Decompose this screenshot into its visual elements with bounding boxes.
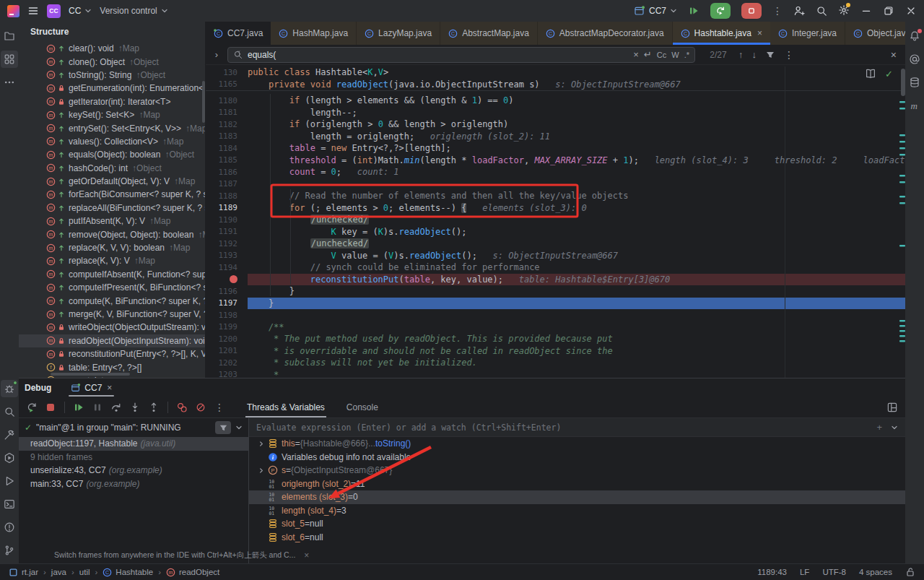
code-line-1203[interactable]: 1203 * <box>206 369 905 378</box>
expand-chevron-icon[interactable] <box>256 467 266 474</box>
variable-row[interactable]: slot_5 = null <box>249 517 905 531</box>
line-number[interactable]: 1191 <box>206 227 248 236</box>
structure-item[interactable]: mforEach(BiConsumer<? super K, ? super V… <box>19 188 205 201</box>
inspections-ok-icon[interactable]: ✓ <box>885 69 893 79</box>
tool-button-ai-assistant[interactable] <box>906 51 923 68</box>
line-number[interactable]: 1187 <box>206 179 248 189</box>
structure-item[interactable]: mkeySet(): Set<K>↑Map <box>19 108 205 121</box>
clear-search-icon[interactable]: × <box>633 49 639 60</box>
tool-button-maven[interactable]: m <box>906 97 923 114</box>
search-options-icon[interactable]: ⋮ <box>784 49 794 61</box>
tool-button-run[interactable] <box>1 472 18 490</box>
tool-button-structure[interactable] <box>1 51 18 68</box>
line-number[interactable]: 1197 <box>206 298 248 308</box>
stop-button[interactable] <box>741 3 762 19</box>
code-line-1198[interactable]: 1198 <box>206 309 905 321</box>
variable-row[interactable]: iVariables debug info not available <box>249 451 905 464</box>
expand-chevron-icon[interactable] <box>256 441 266 447</box>
line-number[interactable]: 1182 <box>206 120 248 129</box>
structure-item[interactable]: mgetOrDefault(Object, V): V↑Map <box>19 175 205 188</box>
structure-item[interactable]: mmerge(K, V, BiFunction<? super V, ? sup… <box>19 308 205 321</box>
structure-item[interactable]: ftable: Entry<?, ?>[] <box>19 360 205 373</box>
code-line-1182[interactable]: 1182 if (origlength > 0 && length > orig… <box>206 118 905 131</box>
code-line-1180[interactable]: 1180 if (length > elements && (length & … <box>206 95 905 107</box>
tool-button-notifications[interactable] <box>906 27 923 45</box>
settings-button[interactable] <box>838 4 850 18</box>
structure-item[interactable]: mreplace(K, V): V↑Map <box>19 254 205 267</box>
variable-row[interactable]: Ps = {ObjectInputStream@667} <box>249 464 905 477</box>
breadcrumb-item[interactable]: java <box>51 568 66 576</box>
line-number[interactable]: 1201 <box>206 346 248 355</box>
structure-item[interactable]: mgetIterator(int): Iterator<T> <box>19 95 205 108</box>
chevron-down-icon[interactable] <box>235 424 243 431</box>
tool-button-terminal[interactable] <box>1 495 18 513</box>
filter-search-icon[interactable] <box>765 50 775 60</box>
breadcrumb-item[interactable]: rt.jar <box>9 568 38 577</box>
match-case-toggle[interactable]: Cc <box>657 51 666 59</box>
tab-Integer.java[interactable]: CInteger.java <box>770 22 845 45</box>
tool-button-debug[interactable] <box>1 380 18 397</box>
code-line-1200[interactable]: 1200 * The put method used by readObject… <box>206 333 905 345</box>
code-line-1185[interactable]: 1185 threshold = (int)Math.min(length * … <box>206 155 905 167</box>
view-breakpoints-button[interactable] <box>173 399 191 415</box>
newline-icon[interactable]: ↵ <box>644 49 652 60</box>
variable-row[interactable]: 1001elements (slot_3) = 0 <box>249 490 905 504</box>
line-number[interactable]: 1186 <box>206 168 248 177</box>
tool-button-problems[interactable] <box>1 519 18 536</box>
structure-item[interactable]: mvalues(): Collection<V>↑Map <box>19 135 205 148</box>
structure-item[interactable]: mcomputeIfAbsent(K, Function<? super K, … <box>19 268 205 281</box>
structure-item[interactable]: mreadObject(ObjectInputStream): void <box>19 334 205 347</box>
encoding[interactable]: UTF-8 <box>822 568 846 576</box>
structure-item[interactable]: mwriteObject(ObjectOutputStream): void <box>19 321 205 334</box>
structure-item[interactable]: mcompute(K, BiFunction<? super K, ? supe… <box>19 294 205 307</box>
code-line-1183[interactable]: 1183 length = origlength; origlength (sl… <box>206 131 905 143</box>
next-match-icon[interactable]: ↓ <box>752 49 757 60</box>
stop-button[interactable] <box>42 399 59 415</box>
evaluate-input[interactable] <box>256 423 876 433</box>
code-line-1191[interactable]: 1191 K key = (K)s.readObject(); <box>206 226 905 238</box>
close-icon[interactable] <box>905 5 917 17</box>
tab-Hashtable.java[interactable]: CHashtable.java× <box>673 22 770 45</box>
step-out-button[interactable] <box>145 399 162 415</box>
structure-item[interactable]: mremove(Object, Object): boolean↑Map <box>19 228 205 241</box>
tab-AbstractMapDecorator.java[interactable]: CAbstractMapDecorator.java <box>538 22 673 45</box>
line-ending[interactable]: LF <box>800 568 809 576</box>
line-number[interactable]: 1192 <box>206 239 248 248</box>
line-number[interactable]: 1188 <box>206 191 248 201</box>
rerun-button[interactable] <box>23 399 40 415</box>
resume-button[interactable] <box>70 399 87 415</box>
step-over-button[interactable] <box>108 399 125 415</box>
line-number[interactable]: 1190 <box>206 215 248 225</box>
variable-row[interactable]: slot_6 = null <box>249 531 905 545</box>
structure-item[interactable]: mclone(): Object↑Object <box>19 55 205 68</box>
tool-button-project-folder[interactable] <box>1 27 18 45</box>
code-line-1202[interactable]: 1202 * subclass will not yet be initiali… <box>206 357 905 369</box>
caret-position[interactable]: 1189:43 <box>757 568 787 576</box>
structure-item[interactable]: mhashCode(): int↑Object <box>19 162 205 175</box>
add-watch-icon[interactable]: + <box>876 422 882 433</box>
structure-item[interactable]: mentrySet(): Set<Entry<K, V>>↑Map <box>19 121 205 134</box>
variable-row[interactable]: 1001length (slot_4) = 3 <box>249 504 905 518</box>
code-line-130[interactable]: 130public class Hashtable<K,V> <box>206 66 905 79</box>
structure-item[interactable]: mgetEnumeration(int): Enumeration<T> <box>19 82 205 95</box>
line-number[interactable]: 1194 <box>206 263 248 272</box>
structure-item[interactable]: mreplaceAll(BiFunction<? super K, ? supe… <box>19 202 205 215</box>
more-button[interactable]: ⋮ <box>211 399 228 415</box>
code-line-1197[interactable]: 1197 } <box>206 298 905 310</box>
maximize-icon[interactable] <box>883 5 894 17</box>
line-number[interactable]: 1185 <box>206 155 248 165</box>
line-number[interactable]: 1165 <box>206 79 248 89</box>
tab-HashMap.java[interactable]: CHashMap.java <box>271 22 357 45</box>
line-number[interactable]: 1193 <box>206 251 248 260</box>
code-line-1193[interactable]: 1193 V value = (V)s.readObject(); s: Obj… <box>206 250 905 262</box>
code-line-1195[interactable]: reconstitutionPut(table, key, value); ta… <box>206 274 905 286</box>
indent-setting[interactable]: 4 spaces <box>859 568 892 576</box>
code-line-1201[interactable]: 1201 * is overridable and should not be … <box>206 345 905 358</box>
structure-item[interactable]: mcomputeIfPresent(K, BiFunction<? super … <box>19 281 205 294</box>
code-line-1165[interactable]: 1165 private void readObject(java.io.Obj… <box>206 79 905 91</box>
code-line-1192[interactable]: 1192 /unchecked/ <box>206 238 905 250</box>
mute-breakpoints-button[interactable] <box>192 399 209 415</box>
layout-settings-icon[interactable] <box>886 402 898 413</box>
line-number[interactable]: 1200 <box>206 334 248 344</box>
breadcrumb-item[interactable]: mreadObject <box>166 568 219 577</box>
